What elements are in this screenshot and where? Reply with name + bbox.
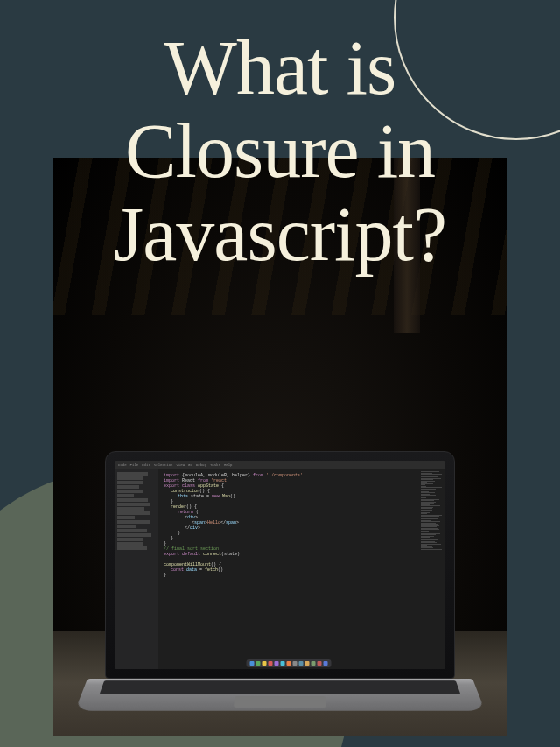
file-tree-item	[117, 529, 147, 532]
code-line: // final sort section	[164, 546, 414, 551]
dock-app-icon	[305, 661, 310, 666]
file-tree-item	[117, 533, 151, 537]
laptop-graphic: CodeFileEditSelectionViewGoDebugTasksHel…	[88, 451, 472, 731]
menu-item: Go	[188, 463, 192, 467]
editor-minimap	[419, 469, 445, 669]
file-tree-item	[117, 507, 144, 511]
code-line: render() {	[164, 504, 414, 509]
laptop-screen: CodeFileEditSelectionViewGoDebugTasksHel…	[115, 461, 445, 669]
laptop-trackpad	[234, 696, 326, 708]
file-tree-item	[117, 503, 150, 506]
laptop-keyboard	[100, 680, 461, 694]
file-tree-item	[117, 542, 144, 546]
dock-app-icon	[250, 661, 255, 666]
file-tree-item	[117, 511, 150, 515]
dock-app-icon	[256, 661, 261, 666]
file-tree-item	[117, 498, 148, 502]
laptop-bezel: CodeFileEditSelectionViewGoDebugTasksHel…	[105, 451, 455, 679]
dock-app-icon	[281, 661, 285, 666]
editor-code-area: import {moduleA, moduleB, helper} from '…	[158, 469, 419, 669]
minimap-line	[421, 549, 442, 550]
menu-item: File	[130, 463, 139, 467]
dock-app-icon	[318, 661, 322, 666]
macos-dock	[247, 659, 332, 667]
code-line: this.state = new Map()	[164, 494, 414, 498]
dock-app-icon	[299, 661, 304, 666]
file-tree-item	[117, 481, 143, 484]
dock-app-icon	[269, 661, 273, 666]
laptop-base	[75, 679, 486, 711]
code-line: import {moduleA, moduleB, helper} from '…	[164, 473, 414, 477]
dock-app-icon	[324, 661, 328, 666]
file-tree-item	[117, 490, 144, 493]
code-line: }	[164, 536, 414, 540]
menu-item: Tasks	[210, 463, 220, 467]
menu-item: Edit	[142, 463, 150, 467]
code-line: }	[164, 541, 414, 546]
menu-item: Debug	[196, 463, 206, 467]
code-line: <div>	[164, 515, 414, 519]
code-line: }	[164, 573, 414, 577]
menu-item: View	[176, 463, 185, 467]
dock-app-icon	[287, 661, 291, 666]
code-line: componentWillMount() {	[164, 562, 414, 567]
code-line: constructor() {	[164, 489, 414, 493]
file-tree-item	[117, 485, 139, 489]
dock-app-icon	[312, 661, 316, 666]
file-tree-item	[117, 520, 150, 524]
code-line: export class AppState {	[164, 483, 414, 488]
editor-body: import {moduleA, moduleB, helper} from '…	[115, 469, 445, 669]
page-title: What isClosure inJavascript?	[0, 26, 560, 276]
dock-app-icon	[262, 661, 267, 666]
file-tree-item	[117, 476, 144, 480]
dock-app-icon	[275, 661, 279, 666]
editor-menu-bar: CodeFileEditSelectionViewGoDebugTasksHel…	[115, 461, 445, 469]
menu-item: Help	[224, 463, 233, 467]
code-line: import React from 'react'	[164, 478, 414, 483]
file-tree-item	[117, 546, 147, 550]
file-tree-item	[117, 516, 135, 519]
code-line: }	[164, 499, 414, 504]
code-line	[164, 557, 414, 561]
code-line: <span>Hello</span>	[164, 520, 414, 525]
code-line: export default connect(state)	[164, 552, 414, 556]
file-tree-item	[117, 472, 148, 476]
code-line: </div>	[164, 525, 414, 530]
code-line: const data = fetch()	[164, 567, 414, 572]
editor-sidebar	[115, 469, 158, 669]
menu-item: Code	[118, 463, 127, 467]
code-line: return (	[164, 510, 414, 514]
file-tree-item	[117, 538, 143, 541]
file-tree-item	[117, 494, 134, 497]
menu-item: Selection	[154, 463, 173, 467]
code-line: )	[164, 531, 414, 535]
file-tree-item	[117, 525, 136, 528]
dock-app-icon	[293, 661, 298, 666]
